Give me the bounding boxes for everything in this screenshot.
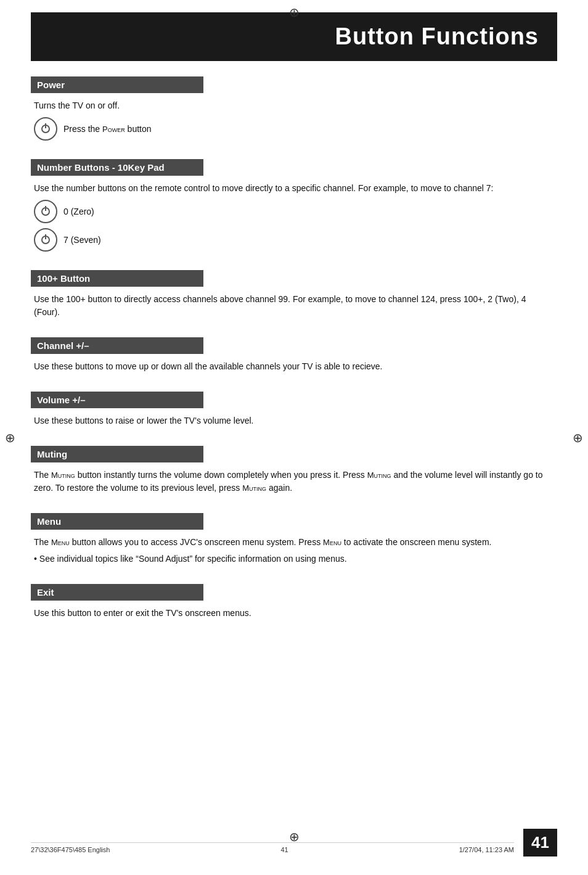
- section-content-volume: Use these buttons to raise or lower the …: [31, 414, 557, 427]
- exit-body: Use this button to enter or exit the TV'…: [34, 607, 554, 620]
- section-volume: Volume +/– Use these buttons to raise or…: [31, 392, 557, 427]
- power-icon-row: Press the Power button: [34, 117, 554, 141]
- power-button-icon: [34, 117, 57, 141]
- footer-right: 1/27/04, 11:23 AM: [459, 846, 514, 853]
- page-title: Button Functions: [49, 23, 539, 50]
- page-number: 41: [531, 833, 549, 852]
- top-center-mark: ⊕: [289, 5, 300, 20]
- section-menu: Menu The Menu button allows you to acces…: [31, 513, 557, 565]
- menu-smallcaps-1: Menu: [51, 538, 70, 547]
- section-muting: Muting The Muting button instantly turns…: [31, 446, 557, 495]
- page-number-box: 41: [523, 829, 557, 857]
- muting-smallcaps-1: Muting: [51, 470, 75, 480]
- section-header-menu: Menu: [31, 513, 203, 530]
- section-header-muting: Muting: [31, 446, 203, 462]
- section-content-number: Use the number buttons on the remote con…: [31, 182, 557, 252]
- number-zero-row: 0 (Zero): [34, 200, 554, 223]
- muting-smallcaps-3: Muting: [242, 483, 266, 493]
- section-content-channel: Use these buttons to move up or down all…: [31, 360, 557, 373]
- section-content-100plus: Use the 100+ button to directly access c…: [31, 293, 557, 319]
- page-container: ⊕ ⊕ ⊕ ⊕ Button Functions Power Turns the…: [0, 0, 588, 875]
- power-smallcaps: Power: [102, 125, 125, 134]
- zero-label: 0 (Zero): [63, 205, 94, 218]
- section-content-power: Turns the TV on or off. Press the Power …: [31, 99, 557, 141]
- section-power: Power Turns the TV on or off. Press the …: [31, 76, 557, 141]
- muting-body: The Muting button instantly turns the vo…: [34, 469, 554, 495]
- menu-body: The Menu button allows you to access JVC…: [34, 536, 554, 549]
- section-content-exit: Use this button to enter or exit the TV'…: [31, 607, 557, 620]
- power-icon-label: Press the Power button: [63, 123, 152, 136]
- volume-body: Use these buttons to raise or lower the …: [34, 414, 554, 427]
- footer-left: 27\32\36F475\485 English: [31, 846, 110, 853]
- section-header-100plus: 100+ Button: [31, 270, 203, 287]
- section-header-number: Number Buttons - 10Key Pad: [31, 159, 203, 176]
- section-number-buttons: Number Buttons - 10Key Pad Use the numbe…: [31, 159, 557, 252]
- section-header-channel: Channel +/–: [31, 337, 203, 354]
- zero-button-icon: [34, 200, 57, 223]
- right-middle-mark: ⊕: [573, 430, 583, 445]
- footer: 27\32\36F475\485 English 41 1/27/04, 11:…: [31, 842, 514, 853]
- power-body: Turns the TV on or off.: [34, 99, 554, 112]
- channel-body: Use these buttons to move up or down all…: [34, 360, 554, 373]
- section-header-exit: Exit: [31, 584, 203, 601]
- section-100plus: 100+ Button Use the 100+ button to direc…: [31, 270, 557, 319]
- section-content-muting: The Muting button instantly turns the vo…: [31, 469, 557, 495]
- number-seven-row: 7 (Seven): [34, 228, 554, 252]
- section-exit: Exit Use this button to enter or exit th…: [31, 584, 557, 620]
- section-content-menu: The Menu button allows you to access JVC…: [31, 536, 557, 565]
- section-channel: Channel +/– Use these buttons to move up…: [31, 337, 557, 373]
- left-middle-mark: ⊕: [5, 430, 15, 445]
- menu-bullet: See individual topics like “Sound Adjust…: [34, 553, 554, 565]
- seven-label: 7 (Seven): [63, 234, 101, 247]
- section-header-power: Power: [31, 76, 203, 93]
- muting-smallcaps-2: Muting: [367, 470, 391, 480]
- seven-button-icon: [34, 228, 57, 252]
- 100plus-body: Use the 100+ button to directly access c…: [34, 293, 554, 319]
- footer-center: 41: [280, 846, 288, 853]
- menu-smallcaps-2: Menu: [323, 538, 341, 547]
- number-body: Use the number buttons on the remote con…: [34, 182, 554, 195]
- section-header-volume: Volume +/–: [31, 392, 203, 408]
